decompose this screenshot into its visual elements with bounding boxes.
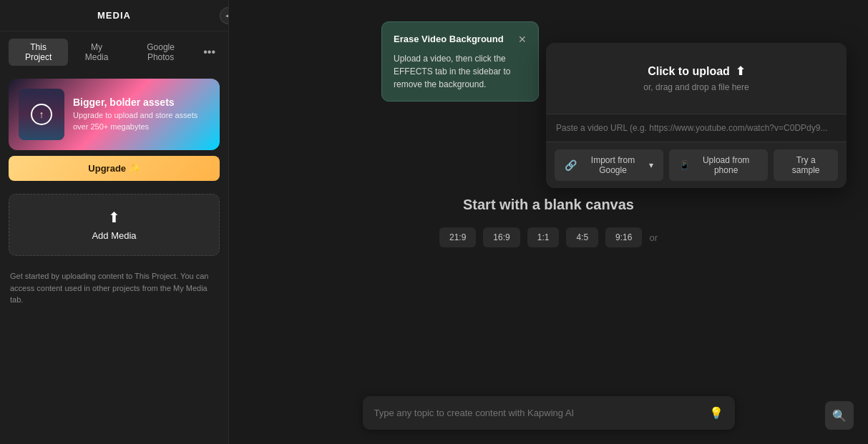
upload-arrow-icon: ↑ <box>31 104 52 125</box>
upgrade-thumbnail: ↑ <box>19 89 64 140</box>
upgrade-button[interactable]: Upgrade ✨ <box>9 156 220 181</box>
url-input[interactable] <box>546 114 847 142</box>
ratio-21-9[interactable]: 21:9 <box>439 227 476 247</box>
ratio-1-1[interactable]: 1:1 <box>527 227 560 247</box>
phone-icon: 📱 <box>679 160 690 170</box>
upload-drop-zone[interactable]: Click to upload ⬆ or, drag and drop a fi… <box>546 43 847 114</box>
drag-drop-label: or, drag and drop a file here <box>643 82 748 92</box>
add-media-button[interactable]: ⬆ Add Media <box>9 194 220 256</box>
main-canvas-area: Erase Video Background ✕ Upload a video,… <box>229 0 868 444</box>
ratio-16-9[interactable]: 16:9 <box>483 227 520 247</box>
more-options-button[interactable]: ••• <box>199 43 220 61</box>
close-icon: ✕ <box>518 34 527 45</box>
add-media-label: Add Media <box>92 230 136 241</box>
tab-google-photos[interactable]: Google Photos <box>125 39 196 66</box>
tabs-row: This Project My Media Google Photos ••• <box>0 31 228 73</box>
upload-icon: ⬆ <box>736 64 745 78</box>
upgrade-text-block: Bigger, bolder assets Upgrade to upload … <box>73 97 210 132</box>
or-label: or <box>649 232 658 243</box>
more-dots-icon: ••• <box>203 46 215 58</box>
upgrade-description: Upgrade to upload and store assets over … <box>73 110 210 132</box>
upgrade-card: ↑ Bigger, bolder assets Upgrade to uploa… <box>9 79 220 150</box>
sidebar-header: MEDIA ◀ <box>0 0 228 31</box>
ai-topic-input[interactable] <box>374 408 702 418</box>
try-sample-button[interactable]: Try a sample <box>774 149 838 181</box>
aspect-ratio-row: 21:9 16:9 1:1 4:5 9:16 or <box>439 227 658 247</box>
google-icon: 🔗 <box>565 159 577 171</box>
ai-bulb-icon: 💡 <box>709 406 723 420</box>
upgrade-title: Bigger, bolder assets <box>73 97 210 108</box>
erase-background-tooltip: Erase Video Background ✕ Upload a video,… <box>381 21 539 102</box>
blank-canvas-title: Start with a blank canvas <box>463 197 634 213</box>
click-to-upload-label: Click to upload ⬆ <box>648 64 745 78</box>
tab-this-project[interactable]: This Project <box>9 39 68 66</box>
upgrade-btn-wrapper: Upgrade ✨ <box>9 156 220 181</box>
import-from-google-button[interactable]: 🔗 Import from Google ▾ <box>555 149 663 181</box>
search-icon: 🔍 <box>832 409 847 423</box>
upload-from-phone-button[interactable]: 📱 Upload from phone <box>669 149 768 181</box>
tab-my-media[interactable]: My Media <box>71 39 122 66</box>
sidebar-info-text: Get started by uploading content to This… <box>0 262 228 315</box>
ai-input-bar: 💡 <box>363 396 735 430</box>
ratio-4-5[interactable]: 4:5 <box>566 227 598 247</box>
sidebar: MEDIA ◀ This Project My Media Google Pho… <box>0 0 229 444</box>
sidebar-title: MEDIA <box>97 10 131 21</box>
tooltip-close-button[interactable]: ✕ <box>518 34 527 44</box>
tooltip-header: Erase Video Background ✕ <box>394 32 527 46</box>
search-fab-button[interactable]: 🔍 <box>825 401 854 430</box>
blank-canvas-section: Start with a blank canvas 21:9 16:9 1:1 … <box>439 197 658 247</box>
add-media-upload-icon: ⬆ <box>108 209 120 226</box>
ratio-9-16[interactable]: 9:16 <box>605 227 642 247</box>
tooltip-body: Upload a video, then click the EFFECTS t… <box>394 54 510 89</box>
chevron-down-icon: ▾ <box>649 160 653 170</box>
upload-panel: Click to upload ⬆ or, drag and drop a fi… <box>546 43 847 188</box>
tooltip-title: Erase Video Background <box>394 32 504 46</box>
upload-actions-row: 🔗 Import from Google ▾ 📱 Upload from pho… <box>546 142 847 188</box>
collapse-sidebar-button[interactable]: ◀ <box>220 7 229 24</box>
